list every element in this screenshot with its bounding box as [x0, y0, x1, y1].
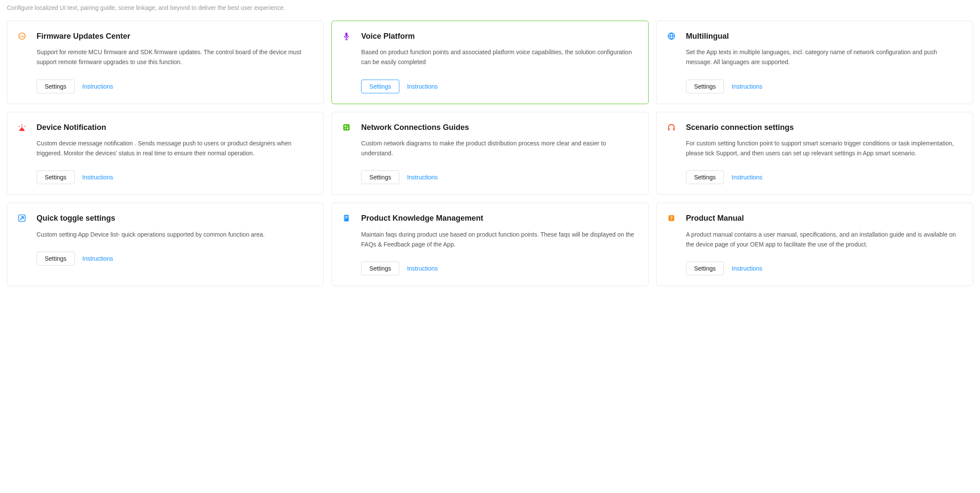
card-body: Product Manual A product manual contains…	[686, 213, 961, 275]
card-head: ? Product Manual A product manual contai…	[667, 213, 961, 275]
card-head: Network Connections Guides Custom networ…	[342, 123, 636, 185]
network-icon	[342, 123, 351, 132]
card-firmware-updates-center: OTA Firmware Updates Center Support for …	[7, 21, 324, 104]
card-actions: Settings Instructions	[686, 262, 961, 275]
svg-point-8	[347, 127, 349, 129]
card-head: Multilingual Set the App texts in multip…	[667, 31, 961, 93]
card-actions: Settings Instructions	[361, 80, 636, 93]
page-root: Configure localized UI text, pairing gui…	[0, 0, 980, 286]
card-title: Product Knowledge Management	[361, 213, 636, 223]
card-actions: Settings Instructions	[686, 80, 961, 93]
card-title: Device Notification	[37, 123, 311, 132]
card-title: Scenario connection settings	[686, 123, 961, 132]
card-description: Custom devcie message notification . Sen…	[37, 139, 311, 158]
card-head: Product Knowledge Management Maintain fa…	[342, 213, 636, 275]
svg-rect-2	[346, 38, 347, 40]
card-description: A product manual contains a user manual,…	[686, 230, 961, 250]
settings-button[interactable]: Settings	[37, 252, 75, 265]
card-description: Support for remote MCU firmware and SDK …	[37, 47, 311, 67]
card-title: Network Connections Guides	[361, 123, 636, 132]
card-body: Firmware Updates Center Support for remo…	[37, 31, 311, 93]
svg-point-10	[345, 128, 346, 129]
card-quick-toggle-settings: Quick toggle settings Custom setting App…	[7, 203, 324, 286]
card-device-notification: Device Notification Custom devcie messag…	[7, 112, 324, 195]
svg-text:?: ?	[670, 216, 673, 221]
card-product-manual: ? Product Manual A product manual contai…	[656, 203, 973, 286]
card-actions: Settings Instructions	[361, 262, 636, 275]
instructions-link[interactable]: Instructions	[83, 255, 113, 262]
svg-rect-15	[345, 216, 348, 216]
settings-button[interactable]: Settings	[361, 170, 399, 184]
card-head: Voice Platform Based on product function…	[342, 31, 636, 93]
book-icon	[342, 214, 351, 222]
instructions-link[interactable]: Instructions	[407, 265, 438, 272]
card-body: Scenario connection settings For custom …	[686, 123, 961, 185]
card-description: Maintain faqs during product use based o…	[361, 230, 636, 250]
svg-rect-3	[345, 40, 348, 40]
page-subtitle: Configure localized UI text, pairing gui…	[7, 4, 973, 11]
card-title: Voice Platform	[361, 31, 636, 41]
card-body: Network Connections Guides Custom networ…	[361, 123, 636, 185]
card-head: Device Notification Custom devcie messag…	[18, 123, 311, 185]
instructions-link[interactable]: Instructions	[407, 174, 438, 181]
card-head: Scenario connection settings For custom …	[667, 123, 961, 185]
card-body: Device Notification Custom devcie messag…	[37, 123, 311, 185]
card-head: OTA Firmware Updates Center Support for …	[18, 31, 311, 93]
instructions-link[interactable]: Instructions	[732, 265, 763, 272]
svg-point-9	[347, 126, 348, 126]
card-actions: Settings Instructions	[361, 170, 636, 184]
manual-icon: ?	[667, 214, 676, 222]
card-title: Quick toggle settings	[37, 213, 311, 223]
svg-rect-16	[345, 217, 348, 218]
alarm-icon	[18, 123, 26, 132]
svg-rect-6	[343, 124, 350, 130]
instructions-link[interactable]: Instructions	[83, 83, 113, 90]
card-description: Based on product function points and ass…	[361, 47, 636, 67]
globe-icon	[667, 32, 676, 40]
card-scenario-connection-settings: Scenario connection settings For custom …	[656, 112, 973, 195]
card-body: Product Knowledge Management Maintain fa…	[361, 213, 636, 275]
instructions-link[interactable]: Instructions	[83, 174, 113, 181]
svg-rect-12	[673, 128, 674, 130]
card-title: Product Manual	[686, 213, 961, 223]
card-head: Quick toggle settings Custom setting App…	[18, 213, 311, 265]
instructions-link[interactable]: Instructions	[732, 174, 763, 181]
svg-point-5	[21, 126, 23, 127]
microphone-icon	[342, 32, 351, 40]
toggle-arrow-icon	[18, 214, 26, 222]
card-description: Custom network diagrams to make the prod…	[361, 139, 636, 158]
card-actions: Settings Instructions	[37, 170, 311, 184]
card-description: For custom setting function point to sup…	[686, 139, 961, 158]
settings-button[interactable]: Settings	[686, 262, 724, 275]
settings-button[interactable]: Settings	[37, 80, 75, 93]
card-body: Quick toggle settings Custom setting App…	[37, 213, 311, 265]
svg-text:OTA: OTA	[19, 35, 24, 38]
card-title: Multilingual	[686, 31, 961, 41]
settings-button[interactable]: Settings	[361, 80, 399, 93]
ota-icon: OTA	[18, 32, 26, 40]
card-body: Multilingual Set the App texts in multip…	[686, 31, 961, 93]
card-description: Custom setting App Device list- quick op…	[37, 230, 311, 240]
card-actions: Settings Instructions	[37, 80, 311, 93]
card-network-connections-guides: Network Connections Guides Custom networ…	[331, 112, 648, 195]
instructions-link[interactable]: Instructions	[732, 83, 763, 90]
card-body: Voice Platform Based on product function…	[361, 31, 636, 93]
card-actions: Settings Instructions	[686, 170, 961, 184]
card-grid: OTA Firmware Updates Center Support for …	[7, 21, 973, 286]
svg-point-7	[345, 125, 346, 127]
instructions-link[interactable]: Instructions	[407, 83, 438, 90]
settings-button[interactable]: Settings	[361, 262, 399, 275]
card-actions: Settings Instructions	[37, 252, 311, 265]
card-description: Set the App texts in multiple languages,…	[686, 47, 961, 67]
card-multilingual: Multilingual Set the App texts in multip…	[656, 21, 973, 104]
svg-rect-11	[668, 128, 669, 130]
card-product-knowledge-management: Product Knowledge Management Maintain fa…	[331, 203, 648, 286]
settings-button[interactable]: Settings	[686, 170, 724, 184]
settings-button[interactable]: Settings	[686, 80, 724, 93]
card-voice-platform: Voice Platform Based on product function…	[331, 21, 648, 104]
card-title: Firmware Updates Center	[37, 31, 311, 41]
svg-rect-17	[345, 218, 347, 219]
headphones-icon	[667, 123, 676, 132]
settings-button[interactable]: Settings	[37, 170, 75, 184]
